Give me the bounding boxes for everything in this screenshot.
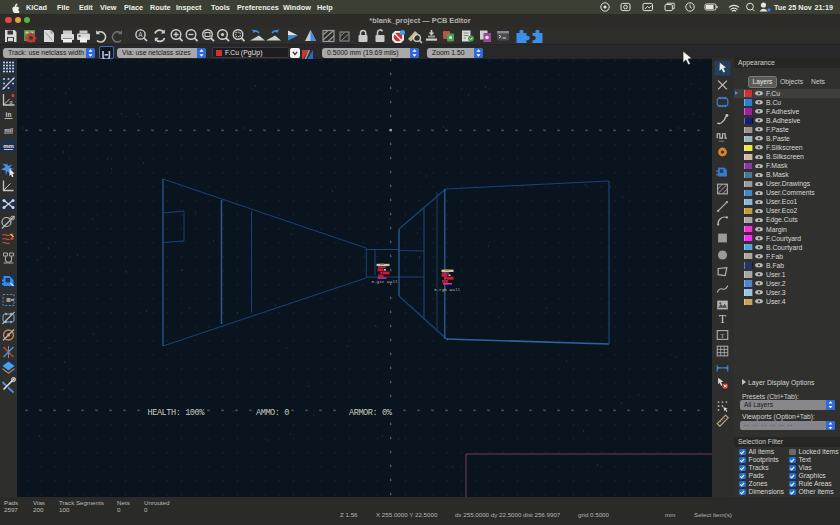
svg-text:3-git wall: 3-git wall bbox=[371, 279, 398, 284]
svg-text:φ: φ bbox=[10, 99, 14, 105]
svg-text:3-rgb wall: 3-rgb wall bbox=[434, 287, 461, 292]
svg-text:A: A bbox=[138, 31, 143, 38]
svg-text:HEALTH: 100%: HEALTH: 100% bbox=[148, 408, 206, 418]
svg-text:mil: mil bbox=[4, 127, 13, 133]
svg-text:in: in bbox=[6, 111, 12, 118]
svg-text:AMMO: 0: AMMO: 0 bbox=[256, 408, 289, 418]
svg-text:T: T bbox=[719, 313, 726, 325]
svg-text:ARMOR: 0%: ARMOR: 0% bbox=[349, 408, 393, 418]
svg-text:T: T bbox=[720, 332, 725, 340]
svg-text:mm: mm bbox=[3, 143, 14, 149]
